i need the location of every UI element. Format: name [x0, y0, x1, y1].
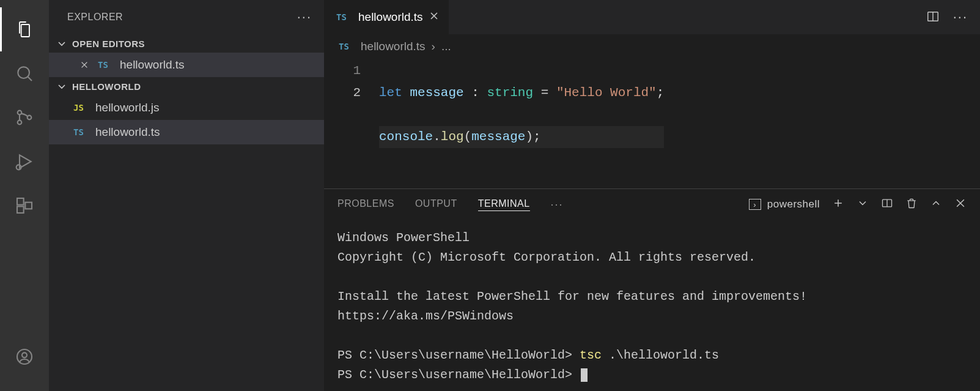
panel-actions: › powershell: [749, 197, 967, 212]
ts-file-icon: TS: [73, 127, 89, 137]
chevron-down-icon[interactable]: [857, 197, 869, 212]
source-control-icon[interactable]: [0, 95, 49, 140]
js-file-icon: JS: [73, 103, 89, 113]
folder-label: HELLOWORLD: [72, 81, 141, 92]
tab-output[interactable]: OUTPUT: [415, 198, 457, 210]
svg-rect-7: [25, 203, 32, 209]
editor-tab-row: TS helloworld.ts ···: [324, 0, 980, 34]
breadcrumb-file: helloworld.ts: [361, 40, 426, 53]
line-number: 1: [324, 60, 361, 82]
open-editor-item[interactable]: TS helloworld.ts: [49, 53, 324, 77]
panel-more-icon[interactable]: ···: [551, 199, 564, 210]
svg-point-0: [18, 67, 29, 78]
editor-tab[interactable]: TS helloworld.ts: [324, 0, 449, 34]
terminal[interactable]: Windows PowerShell Copyright (C) Microso…: [324, 220, 980, 391]
explorer-sidebar: EXPLORER ··· OPEN EDITORS TS helloworld.…: [49, 0, 324, 391]
file-item-ts[interactable]: TS helloworld.ts: [49, 120, 324, 144]
extensions-icon[interactable]: [0, 184, 49, 228]
close-panel-icon[interactable]: [954, 197, 967, 212]
tab-actions: ···: [926, 0, 980, 34]
new-terminal-icon[interactable]: [832, 197, 844, 212]
tab-problems[interactable]: PROBLEMS: [337, 198, 394, 210]
editor-region: TS helloworld.ts ··· TS helloworld.ts › …: [324, 0, 980, 391]
file-name: helloworld.ts: [95, 125, 160, 139]
bottom-panel: PROBLEMS OUTPUT TERMINAL ··· › powershel…: [324, 188, 980, 391]
split-terminal-icon[interactable]: [881, 197, 893, 212]
breadcrumb[interactable]: TS helloworld.ts › ...: [324, 34, 980, 59]
search-icon[interactable]: [0, 51, 49, 95]
kill-terminal-icon[interactable]: [905, 197, 918, 212]
ts-file-icon: TS: [336, 12, 352, 22]
file-item-js[interactable]: JS helloworld.js: [49, 95, 324, 120]
terminal-shell-select[interactable]: › powershell: [749, 198, 820, 210]
line-number: 2: [324, 82, 361, 104]
close-icon[interactable]: [79, 61, 89, 69]
gutter: 1 2: [324, 60, 379, 170]
panel-tab-row: PROBLEMS OUTPUT TERMINAL ··· › powershel…: [324, 189, 980, 220]
svg-point-1: [18, 111, 22, 115]
code-area[interactable]: let message : string = "Hello World"; co…: [379, 60, 664, 170]
sidebar-title: EXPLORER: [67, 12, 123, 23]
svg-point-2: [18, 121, 22, 125]
ts-file-icon: TS: [98, 60, 114, 70]
chevron-right-icon: ›: [432, 40, 435, 53]
svg-rect-5: [17, 198, 24, 205]
code-editor[interactable]: 1 2 let message : string = "Hello World"…: [324, 59, 980, 170]
explorer-icon[interactable]: [0, 7, 49, 51]
accounts-icon[interactable]: [0, 335, 49, 379]
svg-point-9: [22, 352, 27, 357]
shell-name: powershell: [767, 198, 820, 210]
sidebar-title-row: EXPLORER ···: [49, 0, 324, 34]
terminal-launch-icon: ›: [749, 199, 761, 210]
tab-terminal[interactable]: TERMINAL: [478, 198, 530, 211]
close-icon[interactable]: [429, 10, 440, 24]
chevron-up-icon[interactable]: [930, 197, 942, 212]
file-name: helloworld.js: [95, 101, 160, 114]
chevron-down-icon: [56, 38, 67, 49]
svg-rect-6: [17, 206, 24, 213]
tab-label: helloworld.ts: [358, 10, 423, 24]
chevron-down-icon: [56, 81, 67, 92]
open-editors-label: OPEN EDITORS: [72, 39, 145, 49]
activity-bar: [0, 0, 49, 391]
sidebar-more-icon[interactable]: ···: [297, 10, 312, 24]
open-editors-header[interactable]: OPEN EDITORS: [49, 34, 324, 53]
file-name: helloworld.ts: [120, 58, 185, 72]
breadcrumb-rest: ...: [441, 40, 451, 53]
split-editor-icon[interactable]: [926, 10, 940, 25]
editor-more-icon[interactable]: ···: [953, 10, 968, 24]
folder-header[interactable]: HELLOWORLD: [49, 77, 324, 95]
ts-file-icon: TS: [339, 42, 355, 51]
terminal-cursor: [581, 368, 588, 382]
run-debug-icon[interactable]: [0, 140, 49, 184]
